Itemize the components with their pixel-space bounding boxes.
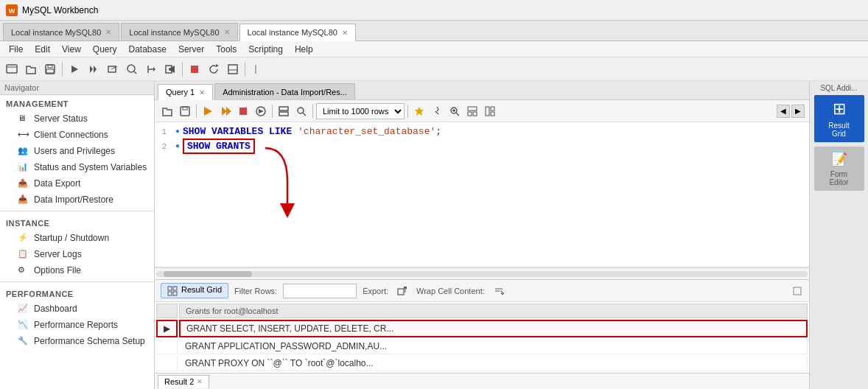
svg-marker-14 [153, 67, 155, 71]
etb-search[interactable] [293, 103, 309, 119]
sidebar-item-server-status[interactable]: Server Status [0, 111, 154, 127]
etb-open-file[interactable] [159, 103, 175, 119]
etb-star[interactable] [411, 103, 427, 119]
sidebar-item-client-connections-label: Client Connections [34, 130, 108, 140]
sql-kw-show-variables: SHOW VARIABLES LIKE [183, 126, 298, 137]
export-btn[interactable] [394, 283, 410, 299]
sidebar-item-dashboard[interactable]: Dashboard [0, 301, 154, 317]
tabbar: Local instance MySQL80 ✕ Local instance … [0, 21, 868, 41]
toolbar-btn-extra[interactable] [248, 60, 263, 78]
sidebar-item-client-connections[interactable]: Client Connections [0, 127, 154, 143]
sidebar-item-performance-reports[interactable]: Performance Reports [0, 317, 154, 333]
sql-plain-semi: ; [435, 126, 441, 137]
menu-file[interactable]: File [3, 43, 29, 56]
toolbar-refresh[interactable] [205, 60, 223, 78]
svg-rect-18 [228, 65, 237, 74]
content-tab-query1-close[interactable]: ✕ [199, 88, 205, 97]
filter-rows-input[interactable] [283, 284, 357, 298]
sidebar-item-users-and-privileges[interactable]: Users and Privileges [0, 143, 154, 159]
tab-2-close[interactable]: ✕ [224, 28, 230, 36]
tab-3[interactable]: Local instance MySQL80 ✕ [239, 24, 356, 41]
result-grid-button[interactable]: ⊞ Result Grid [814, 95, 864, 142]
svg-rect-43 [491, 107, 494, 111]
h-scroll-thumb[interactable] [164, 271, 252, 277]
result-table-container: Grants for root@localhost ▶ GRANT SELECT… [155, 302, 809, 373]
toolbar-btn5[interactable] [85, 60, 102, 78]
h-scroll-track [156, 271, 808, 277]
content-tab-query1[interactable]: Query 1 ✕ [158, 84, 213, 100]
filter-rows-label: Filter Rows: [234, 287, 277, 295]
wrap-cell-btn[interactable] [491, 283, 507, 299]
svg-rect-46 [168, 287, 172, 290]
tab-3-label: Local instance MySQL80 [248, 28, 337, 37]
toolbar-save[interactable] [41, 60, 59, 78]
menu-edit[interactable]: Edit [29, 43, 56, 56]
etb-execute-explain[interactable] [253, 103, 269, 119]
menu-database[interactable]: Database [123, 43, 172, 56]
sidebar-item-options-file[interactable]: Options File [0, 262, 154, 278]
menu-tools[interactable]: Tools [210, 43, 242, 56]
etb-layout2[interactable] [482, 103, 498, 119]
toolbar-btn9[interactable] [161, 60, 179, 78]
result-row-1[interactable]: GRANT APPLICATION_PASSWORD_ADMIN,AU... [156, 339, 808, 354]
toolbar-btn8[interactable] [142, 60, 160, 78]
etb-toggle-results[interactable] [276, 103, 292, 119]
etb-sep-4 [407, 105, 408, 118]
toolbar-new-connection[interactable] [3, 60, 21, 78]
tab-1-label: Local instance MySQL80 [11, 28, 101, 37]
form-editor-icon: 📝 [831, 151, 847, 167]
sidebar-item-data-export[interactable]: Data Export [0, 175, 154, 192]
toolbar-btn4[interactable] [66, 60, 83, 78]
form-editor-button[interactable]: 📝 Form Editor [814, 147, 864, 191]
right-panel: SQL Addi... ⊞ Result Grid 📝 Form Editor [809, 81, 868, 389]
toolbar-sep-2 [182, 62, 183, 77]
etb-info[interactable] [429, 103, 445, 119]
etb-stop-executing[interactable] [235, 103, 251, 119]
tab-2[interactable]: Local instance MySQL80 ✕ [121, 23, 237, 41]
menu-query[interactable]: Query [87, 43, 123, 56]
result-expand-btn[interactable] [791, 285, 803, 297]
server-logs-icon [18, 248, 29, 260]
line-num-1: 1 [155, 127, 172, 136]
menu-help[interactable]: Help [289, 43, 319, 56]
toolbar-stop[interactable] [186, 60, 203, 78]
result-2-tab[interactable]: Result 2 ✕ [158, 375, 209, 388]
sidebar-item-server-logs[interactable]: Server Logs [0, 246, 154, 262]
svg-rect-2 [7, 65, 17, 73]
svg-rect-55 [794, 287, 801, 295]
nav-next[interactable]: ▶ [791, 105, 805, 118]
result-row-2-value: GRANT PROXY ON ``@`` TO `root`@`localho.… [179, 356, 808, 371]
result-row-2[interactable]: GRANT PROXY ON ``@`` TO `root`@`localho.… [156, 356, 808, 371]
sidebar-header: Navigator [0, 81, 154, 95]
tab-1-close[interactable]: ✕ [105, 28, 111, 36]
sidebar-item-startup-shutdown[interactable]: Startup / Shutdown [0, 230, 154, 246]
nav-prev[interactable]: ◀ [777, 105, 790, 118]
etb-execute-current[interactable] [217, 103, 234, 119]
toolbar-toggle-output[interactable] [224, 60, 242, 78]
result-2-close[interactable]: ✕ [197, 378, 203, 385]
toolbar-sep-3 [245, 62, 245, 77]
result-grid-tab[interactable]: Result Grid [161, 283, 228, 298]
limit-rows-select[interactable]: Limit to 1000 rows [316, 103, 405, 119]
menu-view[interactable]: View [56, 43, 87, 56]
toolbar-btn6[interactable] [104, 60, 122, 78]
h-scrollbar[interactable] [155, 267, 809, 279]
etb-execute[interactable] [200, 103, 216, 119]
sidebar-item-status-system-variables[interactable]: Status and System Variables [0, 159, 154, 175]
result-row-0-arrow: ▶ [156, 320, 178, 337]
svg-rect-40 [468, 112, 472, 116]
etb-zoom[interactable] [447, 103, 463, 119]
toolbar-btn7[interactable] [123, 60, 141, 78]
result-toolbar: Result Grid Filter Rows: Export: Wrap Ce… [155, 280, 809, 302]
tab-1[interactable]: Local instance MySQL80 ✕ [3, 23, 119, 41]
etb-save[interactable] [177, 103, 193, 119]
etb-layout1[interactable] [464, 103, 480, 119]
result-row-0[interactable]: ▶ GRANT SELECT, INSERT, UPDATE, DELETE, … [156, 320, 808, 337]
sidebar-item-performance-schema-setup[interactable]: Performance Schema Setup [0, 333, 154, 349]
menu-scripting[interactable]: Scripting [242, 43, 289, 56]
toolbar-open[interactable] [22, 60, 40, 78]
menu-server[interactable]: Server [172, 43, 210, 56]
content-tab-admin[interactable]: Administration - Data Import/Res... [214, 83, 355, 99]
sidebar-item-data-import[interactable]: Data Import/Restore [0, 192, 154, 208]
tab-3-close[interactable]: ✕ [342, 29, 348, 37]
